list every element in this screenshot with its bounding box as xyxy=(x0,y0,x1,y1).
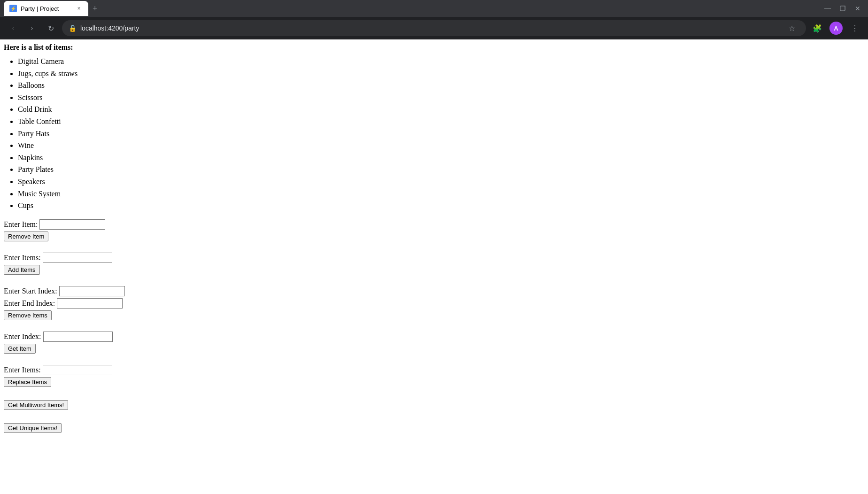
get-item-button[interactable]: Get Item xyxy=(4,344,36,354)
list-item: Cups xyxy=(18,200,864,212)
page-content: Here is a list of items: Digital CameraJ… xyxy=(0,39,868,444)
remove-item-label: Enter Item: xyxy=(4,220,38,229)
start-index-label: Enter Start Index: xyxy=(4,287,57,295)
page-heading: Here is a list of items: xyxy=(4,43,864,52)
add-items-row: Enter Items: xyxy=(4,253,864,263)
get-item-section: Enter Index: Get Item xyxy=(4,332,864,354)
close-button[interactable]: ✕ xyxy=(851,2,864,15)
add-items-input[interactable] xyxy=(43,253,112,263)
add-items-button[interactable]: Add Items xyxy=(4,265,40,275)
address-bar-right: ☆ xyxy=(784,21,799,36)
start-index-input[interactable] xyxy=(59,286,125,296)
remove-item-row: Enter Item: xyxy=(4,219,864,230)
minimize-button[interactable]: — xyxy=(821,2,834,15)
get-unique-button[interactable]: Get Unique Items! xyxy=(4,423,62,433)
list-item: Speakers xyxy=(18,176,864,188)
replace-items-input[interactable] xyxy=(43,365,112,375)
list-item: Wine xyxy=(18,139,864,152)
tab-close-button[interactable]: × xyxy=(75,5,83,12)
list-item: Table Confetti xyxy=(18,116,864,128)
remove-items-section: Enter Start Index: Enter End Index: Remo… xyxy=(4,286,864,320)
list-item: Scissors xyxy=(18,92,864,104)
list-item: Music System xyxy=(18,188,864,200)
replace-items-row: Enter Items: xyxy=(4,365,864,375)
end-index-row: Enter End Index: xyxy=(4,298,864,309)
remove-item-section: Enter Item: Remove Item xyxy=(4,219,864,241)
get-item-input[interactable] xyxy=(43,332,113,342)
tab-bar: ⚡ Party | Project × + — ❐ ✕ xyxy=(0,0,868,17)
replace-items-button[interactable]: Replace Items xyxy=(4,377,51,387)
refresh-button[interactable]: ↻ xyxy=(43,21,58,36)
get-item-label: Enter Index: xyxy=(4,332,41,341)
forward-button[interactable]: › xyxy=(24,21,39,36)
add-items-label: Enter Items: xyxy=(4,254,41,262)
replace-items-label: Enter Items: xyxy=(4,366,41,374)
list-item: Party Plates xyxy=(18,163,864,176)
remove-items-button[interactable]: Remove Items xyxy=(4,310,52,320)
active-tab[interactable]: ⚡ Party | Project × xyxy=(4,1,88,16)
remove-item-input[interactable] xyxy=(39,219,105,230)
list-item: Jugs, cups & straws xyxy=(18,68,864,80)
address-bar-row: ‹ › ↻ 🔒 localhost:4200/party ☆ 🧩 A ⋮ xyxy=(0,17,868,39)
tab-title: Party | Project xyxy=(21,5,71,12)
list-item: Party Hats xyxy=(18,128,864,140)
list-item: Digital Camera xyxy=(18,55,864,68)
bookmark-star-button[interactable]: ☆ xyxy=(784,21,799,36)
end-index-input[interactable] xyxy=(57,298,123,309)
profile-avatar: A xyxy=(829,22,843,35)
new-tab-button[interactable]: + xyxy=(88,2,101,15)
tab-bar-controls: — ❐ ✕ xyxy=(821,2,864,15)
replace-items-section: Enter Items: Replace Items xyxy=(4,365,864,387)
profile-button[interactable]: A xyxy=(829,21,844,36)
extensions-button[interactable]: 🧩 xyxy=(810,21,825,36)
remove-item-button[interactable]: Remove Item xyxy=(4,232,48,241)
menu-button[interactable]: ⋮ xyxy=(847,21,862,36)
get-item-row: Enter Index: xyxy=(4,332,864,342)
list-item: Balloons xyxy=(18,79,864,92)
start-index-row: Enter Start Index: xyxy=(4,286,864,296)
tab-favicon: ⚡ xyxy=(9,5,17,12)
items-list: Digital CameraJugs, cups & strawsBalloon… xyxy=(18,55,864,212)
add-items-section: Enter Items: Add Items xyxy=(4,253,864,275)
get-multiword-button[interactable]: Get Multiword Items! xyxy=(4,400,68,410)
list-item: Napkins xyxy=(18,152,864,164)
end-index-label: Enter End Index: xyxy=(4,299,55,308)
address-bar[interactable]: 🔒 localhost:4200/party ☆ xyxy=(62,20,806,36)
url-text: localhost:4200/party xyxy=(80,24,139,32)
restore-button[interactable]: ❐ xyxy=(836,2,849,15)
list-item: Cold Drink xyxy=(18,103,864,116)
unique-section: Get Unique Items! xyxy=(4,423,864,433)
browser-chrome: ⚡ Party | Project × + — ❐ ✕ ‹ › ↻ 🔒 loca… xyxy=(0,0,868,39)
multiword-section: Get Multiword Items! xyxy=(4,400,864,410)
lock-icon: 🔒 xyxy=(69,24,77,32)
back-button[interactable]: ‹ xyxy=(6,21,21,36)
